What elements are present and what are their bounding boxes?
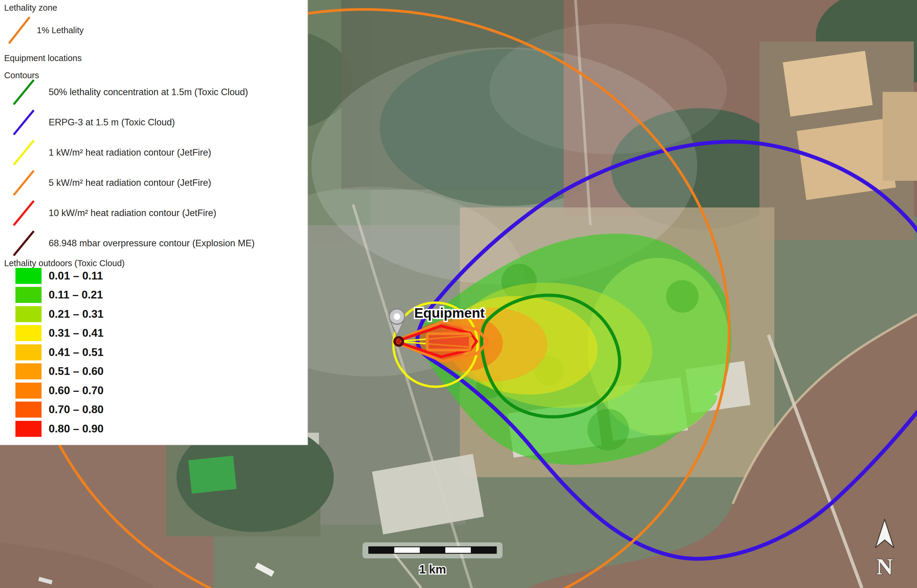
legend-item-5kw-contour: 5 kW/m² heat radiation contour (JetFire): [12, 169, 211, 197]
jetfire-core-zone: [427, 334, 470, 350]
swatch-range-label: 0.01 – 0.11: [49, 270, 103, 282]
color-swatch: [15, 287, 42, 303]
line-sample-icon: [12, 108, 36, 136]
legend-item-label: ERPG-3 at 1.5 m (Toxic Cloud): [49, 117, 175, 128]
legend-item-50-lethality-contour: 50% lethality concentration at 1.5m (Tox…: [12, 78, 248, 106]
swatch-range-label: 0.80 – 0.90: [49, 423, 104, 435]
legend-item-10kw-contour: 10 kW/m² heat radiation contour (JetFire…: [12, 199, 216, 227]
hazard-map-figure: Equipment 1 km N Lethality zone 1% Letha…: [0, 0, 917, 588]
legend-item-overpressure-contour: 68.948 mbar overpressure contour (Explos…: [12, 229, 254, 257]
line-sample-icon: [12, 78, 36, 106]
legend-item-label: 50% lethality concentration at 1.5m (Tox…: [49, 87, 248, 97]
legend-swatch-row: 0.70 – 0.80: [15, 401, 104, 418]
scale-label: 1 km: [419, 563, 446, 576]
legend-item-1kw-contour: 1 kW/m² heat radiation contour (JetFire): [12, 139, 211, 166]
legend-swatch-row: 0.11 – 0.21: [15, 287, 103, 303]
legend-swatch-row: 0.80 – 0.90: [15, 420, 104, 437]
legend-item-erpg3-contour: ERPG-3 at 1.5 m (Toxic Cloud): [12, 108, 175, 136]
color-swatch: [15, 306, 42, 322]
legend-item-label: 1 kW/m² heat radiation contour (JetFire): [49, 147, 211, 158]
legend-swatch-row: 0.51 – 0.60: [15, 363, 104, 380]
overpressure-contour: [395, 337, 403, 346]
legend-swatch-row: 0.31 – 0.41: [15, 325, 104, 341]
color-swatch: [15, 383, 42, 399]
legend-section-lethality-outdoors: Lethality outdoors (Toxic Cloud): [4, 258, 125, 268]
legend-swatch-row: 0.01 – 0.11: [15, 268, 103, 284]
legend-item-label: 10 kW/m² heat radiation contour (JetFire…: [49, 208, 216, 218]
legend-item-label: 68.948 mbar overpressure contour (Explos…: [49, 238, 254, 249]
swatch-range-label: 0.51 – 0.60: [49, 365, 104, 378]
line-sample-icon: [12, 199, 36, 227]
color-swatch: [15, 363, 42, 380]
legend-item-label: 1% Lethality: [37, 26, 84, 35]
swatch-range-label: 0.11 – 0.21: [49, 289, 103, 301]
equipment-label: Equipment: [414, 305, 485, 321]
swatch-range-label: 0.31 – 0.41: [49, 327, 104, 339]
color-swatch: [15, 421, 42, 437]
legend-swatch-row: 0.41 – 0.51: [15, 344, 104, 361]
line-sample-icon: [6, 15, 32, 45]
scale-bar: [363, 542, 502, 558]
color-swatch: [15, 325, 42, 341]
swatch-range-label: 0.41 – 0.51: [49, 346, 104, 359]
legend-section-lethality-zone: Lethality zone: [4, 3, 57, 13]
swatch-range-label: 0.60 – 0.70: [49, 384, 104, 397]
legend-panel: Lethality zone 1% Lethality Equipment lo…: [0, 0, 308, 445]
line-sample-icon: [12, 139, 36, 166]
legend-section-equipment-locations: Equipment locations: [4, 53, 82, 63]
legend-item-1-percent-lethality: 1% Lethality: [6, 15, 84, 45]
color-swatch: [15, 402, 42, 418]
color-swatch: [15, 268, 42, 284]
swatch-range-label: 0.70 – 0.80: [49, 403, 104, 416]
legend-swatch-row: 0.21 – 0.31: [15, 306, 104, 323]
north-label: N: [876, 554, 893, 579]
line-sample-icon: [12, 169, 36, 197]
line-sample-icon: [12, 229, 36, 257]
legend-item-label: 5 kW/m² heat radiation contour (JetFire): [49, 178, 211, 188]
legend-swatch-row: 0.60 – 0.70: [15, 382, 104, 399]
swatch-range-label: 0.21 – 0.31: [49, 308, 104, 320]
color-swatch: [15, 344, 42, 360]
